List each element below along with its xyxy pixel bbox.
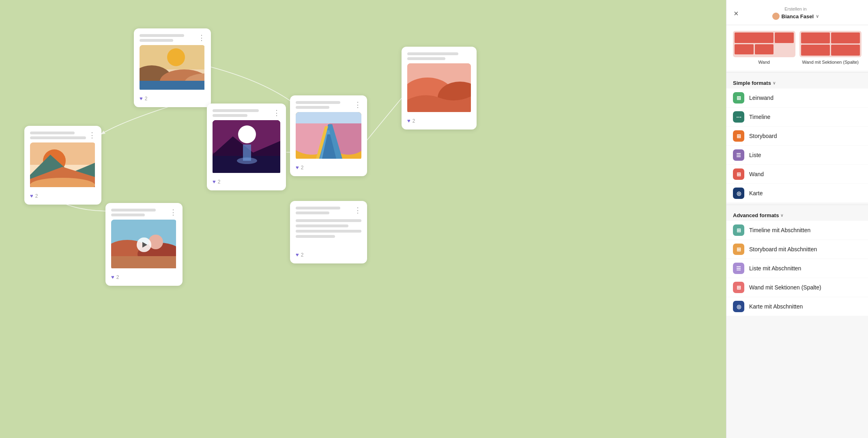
- chevron-down-icon[interactable]: ∨: [816, 14, 819, 19]
- card-line: [111, 209, 156, 211]
- liste-label: Liste: [749, 152, 761, 158]
- timeline-icon: ⋯: [733, 111, 744, 123]
- card-line: [296, 101, 340, 104]
- heart-count: 2: [301, 165, 304, 170]
- card-line: [296, 219, 361, 222]
- menu-item-wand[interactable]: ⊞ Wand: [726, 165, 868, 183]
- erstellen-label: Erstellen in: [739, 6, 853, 11]
- card-line: [213, 109, 259, 112]
- card-line: [296, 207, 340, 209]
- card-footer: ♥ 2: [30, 193, 96, 199]
- card-image: [407, 63, 471, 114]
- card-line: [111, 214, 145, 216]
- card-line: [30, 136, 86, 139]
- user-avatar: [772, 13, 780, 20]
- heart-icon: ♥: [407, 118, 410, 124]
- card-mid-bottom[interactable]: ⋮ ♥ 2: [105, 203, 183, 286]
- simple-formats-label: Simple formats: [733, 80, 771, 86]
- menu-item-liste-abschnitte[interactable]: ☰ Liste mit Abschnitten: [726, 259, 868, 278]
- menu-item-wand-sektionen[interactable]: ⊞ Wand mit Sektionen (Spalte): [726, 278, 868, 297]
- card-center[interactable]: ⋮ ♥ 2: [207, 104, 286, 190]
- wand-sektionen-icon: ⊞: [733, 282, 744, 293]
- menu-item-storyboard-abschnitte[interactable]: ⊞ Storyboard mit Abschnitten: [726, 240, 868, 259]
- heart-count: 2: [218, 179, 221, 185]
- card-left[interactable]: ⋮ ♥ 2: [24, 126, 101, 205]
- menu-item-leinwand[interactable]: ⊞ Leinwand: [726, 88, 868, 107]
- advanced-formats-label: Advanced formats: [733, 212, 779, 218]
- separator-2: [726, 205, 868, 205]
- card-line: [296, 211, 329, 214]
- karte-icon: ◎: [733, 188, 744, 199]
- svg-point-21: [238, 125, 256, 143]
- card-menu-button[interactable]: ⋮: [196, 34, 205, 41]
- templates-row: Wand Wand mit Sektionen (Spalte): [726, 25, 868, 71]
- advanced-formats-chevron[interactable]: ∨: [780, 213, 783, 218]
- right-panel: × Erstellen in Bianca Fasel ∨ Wand: [726, 0, 868, 438]
- liste-abschnitte-icon: ☰: [733, 263, 744, 274]
- menu-item-storyboard[interactable]: ⊞ Storyboard: [726, 127, 868, 145]
- svg-point-2: [167, 48, 185, 66]
- svg-rect-17: [111, 256, 176, 268]
- card-right-bottom[interactable]: ⋮ ♥ 2: [290, 201, 367, 263]
- card-menu-button[interactable]: ⋮: [352, 207, 361, 214]
- svg-rect-6: [140, 81, 204, 90]
- heart-count: 2: [301, 252, 304, 258]
- heart-icon: ♥: [30, 193, 33, 199]
- template-wand-label: Wand: [733, 59, 795, 65]
- menu-item-timeline-abschnitte[interactable]: ⊞ Timeline mit Abschnitten: [726, 221, 868, 239]
- card-far-right[interactable]: ♥ 2: [402, 47, 477, 129]
- template-wand-thumb: [733, 31, 795, 57]
- card-image: [140, 45, 205, 91]
- card-line: [296, 235, 335, 238]
- wand-block: [755, 44, 774, 55]
- card-line: [140, 34, 184, 37]
- timeline-abschnitte-label: Timeline mit Abschnitten: [749, 227, 810, 233]
- close-button[interactable]: ×: [734, 9, 739, 17]
- card-line: [407, 52, 458, 55]
- panel-header: × Erstellen in Bianca Fasel ∨: [726, 0, 868, 25]
- template-wand-sek[interactable]: Wand mit Sektionen (Spalte): [799, 31, 862, 65]
- timeline-label: Timeline: [749, 114, 770, 120]
- card-image: [111, 220, 177, 270]
- heart-count: 2: [145, 96, 148, 101]
- card-menu-button[interactable]: ⋮: [271, 109, 280, 117]
- wand-block: [735, 32, 773, 43]
- panel-title-area: Erstellen in Bianca Fasel ∨: [739, 6, 853, 20]
- separator: [726, 72, 868, 73]
- menu-item-karte[interactable]: ◎ Karte: [726, 184, 868, 203]
- card-footer: ♥ 2: [407, 118, 471, 124]
- menu-item-timeline[interactable]: ⋯ Timeline: [726, 108, 868, 126]
- wand-block: [775, 32, 794, 43]
- card-footer: ♥ 2: [296, 252, 361, 258]
- wand-icon: ⊞: [733, 168, 744, 180]
- storyboard-abschnitte-icon: ⊞: [733, 244, 744, 255]
- card-menu-button[interactable]: ⋮: [352, 101, 361, 108]
- card-line: [407, 57, 445, 60]
- card-line: [213, 114, 247, 117]
- heart-icon: ♥: [140, 95, 143, 101]
- card-top[interactable]: ⋮ ♥ 2: [134, 28, 211, 107]
- menu-item-liste[interactable]: ☰ Liste: [726, 146, 868, 164]
- card-line: [140, 39, 173, 42]
- svg-point-25: [237, 158, 257, 164]
- card-right-top[interactable]: ⋮ ♥ 2: [290, 95, 367, 176]
- wand-sek-block: [801, 32, 830, 43]
- advanced-formats-header: Advanced formats ∨: [726, 207, 868, 221]
- heart-count: 2: [35, 193, 38, 199]
- card-menu-button[interactable]: ⋮: [167, 209, 177, 216]
- card-footer: ♥ 2: [296, 164, 361, 170]
- heart-icon: ♥: [111, 274, 114, 280]
- wand-sek-block: [831, 45, 860, 56]
- card-footer: ♥ 2: [140, 95, 205, 101]
- heart-icon: ♥: [296, 164, 299, 170]
- menu-item-karte-abschnitte[interactable]: ◎ Karte mit Abschnitten: [726, 297, 868, 316]
- leinwand-label: Leinwand: [749, 95, 773, 101]
- card-menu-button[interactable]: ⋮: [86, 132, 96, 139]
- card-footer: ♥ 2: [213, 179, 280, 185]
- template-wand[interactable]: Wand: [733, 31, 795, 65]
- card-line: [296, 224, 348, 227]
- card-footer: ♥ 2: [111, 274, 177, 280]
- simple-formats-chevron[interactable]: ∨: [773, 81, 776, 85]
- liste-icon: ☰: [733, 149, 744, 161]
- play-button[interactable]: [137, 237, 151, 252]
